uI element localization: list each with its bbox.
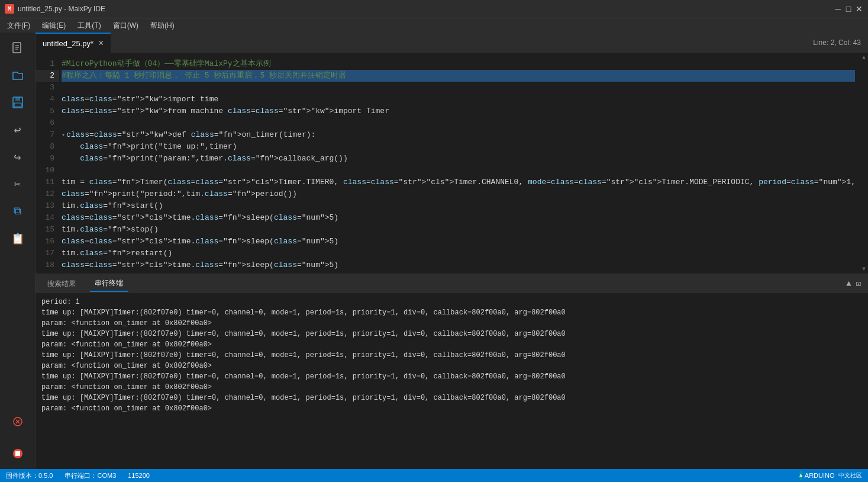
- scroll-down-arrow[interactable]: ▼: [862, 265, 866, 274]
- scroll-up-arrow[interactable]: ▲: [862, 53, 866, 62]
- line-number-17: 17: [36, 248, 59, 259]
- line-number-7: 7: [36, 129, 59, 141]
- tab-search-results[interactable]: 搜索结果: [43, 277, 80, 291]
- line-number-13: 13: [36, 200, 59, 212]
- save-file-btn[interactable]: [7, 92, 28, 113]
- terminal-line-0: period: 1: [41, 297, 862, 307]
- svg-rect-5: [15, 97, 20, 101]
- status-right: A ARDUINO 中文社区: [799, 470, 862, 481]
- title-bar: M untitled_25.py - MaixPy IDE ─ □ ✕: [0, 0, 868, 18]
- terminal-expand-btn[interactable]: ⊡: [856, 279, 861, 289]
- app-icon: M: [5, 4, 14, 14]
- terminal-line-8: param: <function on_timer at 0x802f00a0>: [41, 382, 862, 393]
- code-line-15: tim.class="fn">stop(): [62, 224, 855, 236]
- menu-help[interactable]: 帮助(H): [148, 20, 177, 32]
- maximize-button[interactable]: □: [844, 5, 853, 13]
- code-line-16: class=class="str">"cls">time.class="fn">…: [62, 236, 855, 248]
- disconnect-btn[interactable]: [7, 411, 28, 432]
- code-line-14: class=class="str">"cls">time.class="fn">…: [62, 212, 855, 224]
- line-number-2: 2: [36, 70, 59, 82]
- new-file-btn[interactable]: [7, 37, 28, 59]
- code-line-2: #程序之八：每隔 1 秒打印消息， 停止 5 秒后再重启，5 秒后关闭并注销定时…: [62, 70, 855, 82]
- menu-bar: 文件(F) 编辑(E) 工具(T) 窗口(W) 帮助(H): [0, 18, 868, 33]
- scroll-bar-area[interactable]: ▲ ▼: [860, 53, 868, 274]
- line-number-11: 11: [36, 176, 59, 188]
- svg-rect-11: [15, 451, 20, 456]
- code-line-12: class="fn">print("period:",tim.class="fn…: [62, 188, 855, 200]
- line-number-12: 12: [36, 188, 59, 200]
- minimize-button[interactable]: ─: [834, 5, 842, 13]
- editor-container: untitled_25.py* × Line: 2, Col: 43 12345…: [36, 33, 868, 469]
- terminal-section: 搜索结果 串行终端 ▲ ⊡ period: 1time up: [MAIXPY]…: [36, 274, 868, 469]
- line-number-4: 4: [36, 94, 59, 105]
- terminal-line-10: param: <function on_timer at 0x802f00a0>: [41, 403, 862, 414]
- tab-bar: untitled_25.py* × Line: 2, Col: 43: [36, 33, 868, 53]
- code-line-3: [62, 82, 855, 94]
- code-line-7: ▾class=class="str">"kw">def class="fn">o…: [62, 129, 855, 141]
- arduino-logo: A ARDUINO: [799, 470, 829, 481]
- line-number-8: 8: [36, 141, 59, 153]
- code-content[interactable]: #MicroPython动手做（04）——零基础学MaixPy之基本示例#程序之…: [59, 53, 860, 274]
- terminal-header: 搜索结果 串行终端 ▲ ⊡: [36, 274, 868, 293]
- terminal-line-3: time up: [MAIXPY]Timer:(802f07e0) timer=…: [41, 329, 862, 339]
- open-file-btn[interactable]: [7, 65, 28, 86]
- code-line-6: [62, 117, 855, 129]
- arduino-label: ARDUINO: [805, 472, 835, 479]
- line-number-9: 9: [36, 153, 59, 165]
- code-editor[interactable]: 1234567891011121314151617181920 #MicroPy…: [36, 53, 868, 274]
- code-line-18: class=class="str">"cls">time.class="fn">…: [62, 259, 855, 271]
- code-line-4: class=class="str">"kw">import time: [62, 94, 855, 105]
- undo-btn[interactable]: ↩: [7, 119, 28, 140]
- line-number-14: 14: [36, 212, 59, 224]
- code-line-10: [62, 165, 855, 176]
- line-number-18: 18: [36, 259, 59, 271]
- tab-filename: untitled_25.py*: [43, 39, 93, 48]
- menu-edit[interactable]: 编辑(E): [40, 20, 68, 32]
- firmware-version: 固件版本：0.5.0: [6, 471, 53, 480]
- code-line-11: tim = class="fn">Timer(class=class="str"…: [62, 176, 855, 188]
- chinese-label: 中文社区: [838, 471, 862, 480]
- code-line-9: class="fn">print("param:",timer.class="f…: [62, 153, 855, 165]
- fold-arrow[interactable]: ▾: [62, 132, 65, 139]
- line-numbers: 1234567891011121314151617181920: [36, 53, 59, 274]
- line-number-10: 10: [36, 165, 59, 176]
- menu-tools[interactable]: 工具(T): [75, 20, 103, 32]
- code-line-13: tim.class="fn">start(): [62, 200, 855, 212]
- stop-btn[interactable]: [7, 443, 28, 464]
- tab-serial-terminal[interactable]: 串行终端: [90, 276, 128, 292]
- copy-btn[interactable]: ⧉: [7, 201, 28, 222]
- line-number-3: 3: [36, 82, 59, 94]
- line-col-info: Line: 2, Col: 43: [813, 38, 868, 47]
- menu-window[interactable]: 窗口(W): [111, 20, 141, 32]
- line-number-1: 1: [36, 58, 59, 70]
- terminal-line-6: param: <function on_timer at 0x802f00a0>: [41, 361, 862, 371]
- paste-btn[interactable]: 📋: [7, 228, 28, 249]
- serial-port: 串行端口：COM3: [64, 471, 116, 480]
- code-line-8: class="fn">print("time up:",timer): [62, 141, 855, 153]
- terminal-line-5: time up: [MAIXPY]Timer:(802f07e0) timer=…: [41, 350, 862, 361]
- menu-file[interactable]: 文件(F): [5, 20, 33, 32]
- window-title: untitled_25.py - MaixPy IDE: [18, 5, 834, 13]
- tab-close-button[interactable]: ×: [98, 38, 104, 49]
- line-number-6: 6: [36, 117, 59, 129]
- status-bar: 固件版本：0.5.0 串行端口：COM3 115200 A ARDUINO 中文…: [0, 469, 868, 482]
- line-number-16: 16: [36, 236, 59, 248]
- redo-btn[interactable]: ↪: [7, 146, 28, 168]
- close-button[interactable]: ✕: [855, 5, 863, 13]
- sidebar: ↩ ↪ ✂ ⧉ 📋: [0, 33, 36, 469]
- code-line-1: #MicroPython动手做（04）——零基础学MaixPy之基本示例: [62, 58, 855, 70]
- line-number-5: 5: [36, 105, 59, 117]
- code-line-5: class=class="str">"kw">from machine clas…: [62, 105, 855, 117]
- terminal-line-2: param: <function on_timer at 0x802f00a0>: [41, 318, 862, 329]
- terminal-controls: ▲ ⊡: [846, 279, 861, 289]
- terminal-collapse-btn[interactable]: ▲: [846, 279, 851, 288]
- terminal-line-4: param: <function on_timer at 0x802f00a0>: [41, 339, 862, 350]
- terminal-body[interactable]: period: 1time up: [MAIXPY]Timer:(802f07e…: [36, 293, 868, 469]
- terminal-line-1: time up: [MAIXPY]Timer:(802f07e0) timer=…: [41, 307, 862, 318]
- cut-btn[interactable]: ✂: [7, 173, 28, 195]
- line-number-19: 19: [36, 271, 59, 274]
- active-tab[interactable]: untitled_25.py* ×: [36, 33, 111, 53]
- terminal-line-7: time up: [MAIXPY]Timer:(802f07e0) timer=…: [41, 371, 862, 382]
- main-area: ↩ ↪ ✂ ⧉ 📋 untitled_25.py* ×: [0, 33, 868, 469]
- arduino-icon: A: [799, 471, 802, 480]
